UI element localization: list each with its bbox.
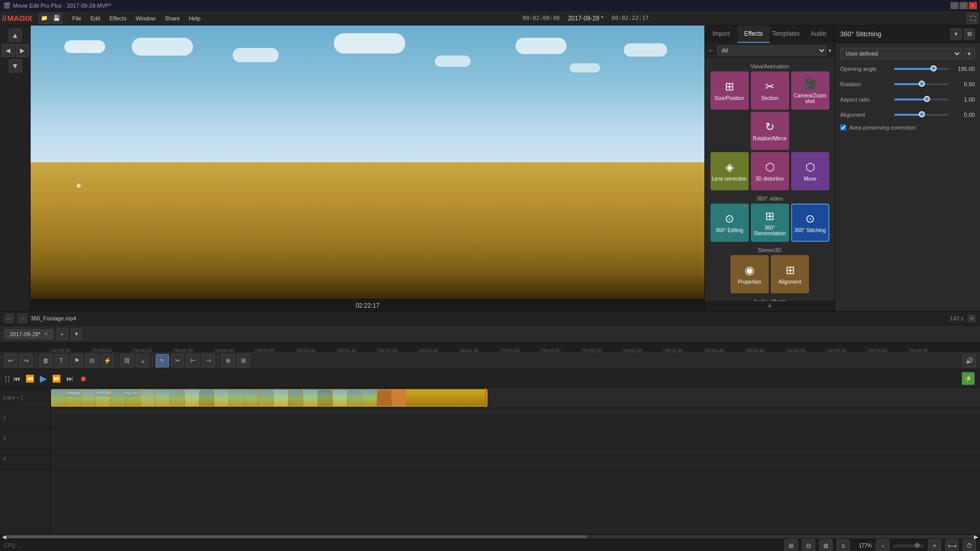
area-preserving-checkbox[interactable] [840,124,846,131]
prev-frame-btn[interactable]: ⏪ [24,372,36,385]
scroll-down-indicator[interactable]: ▼ [705,301,835,311]
group-btn[interactable]: ⊟ [85,354,99,367]
select-btn[interactable]: ↖ [156,354,169,367]
sync-btn[interactable]: ⚡ [962,372,975,385]
ruler-mark: 00:02:40 [704,348,745,352]
link-btn[interactable]: ⛓ [120,354,134,367]
effect-rotation-mirror[interactable]: ↻ Rotation/Mirror [751,112,789,150]
effect-360-editing[interactable]: ⊙ 360° Editing [710,204,749,242]
audio-volume-btn[interactable]: 🔊 [963,354,976,367]
effect-section[interactable]: ✂ Section [751,71,789,110]
undo-btn[interactable]: ↩ [4,354,17,367]
trim-left-btn[interactable]: ⊢ [186,354,200,367]
section-360-video: 360° video [707,192,832,204]
view-mode-btn2[interactable]: ⊟ [802,539,815,552]
rotation-slider[interactable] [894,83,949,85]
play-btn[interactable]: ▶ [37,372,50,385]
effect-3d-distortion[interactable]: ⬡ 3D distortion [751,152,789,190]
tab-templates[interactable]: Templates [770,26,802,43]
effect-lens-correction[interactable]: ◈ Lens correction [710,152,749,190]
opening-angle-slider[interactable] [894,68,949,70]
rotation-value: 0.50 [952,81,975,87]
render-btn[interactable]: ⏱ [963,539,976,552]
tab-effects[interactable]: Effects [738,26,770,43]
effects-filter-dropdown[interactable]: All [717,45,826,56]
close-button[interactable]: ✕ [969,2,977,9]
menu-file[interactable]: File [68,14,86,23]
insert-btn[interactable]: ⊕ [222,354,235,367]
overwrite-btn[interactable]: ⊞ [237,354,250,367]
track-1-flags: S M ≠ ÷ [3,395,19,400]
next-frame-btn[interactable]: ⏩ [51,372,63,385]
effect-360-stitching[interactable]: ⊙ 360° Stitching [791,204,829,242]
opening-angle-thumb[interactable] [930,65,937,71]
nav-left-arrow[interactable]: ◀ [2,44,15,57]
zoom-in-btn[interactable]: + [928,539,941,552]
video-clip[interactable]: 360_Footage.mp4 MxVfx360Stitching.vsx [51,389,487,407]
goto-in-btn[interactable]: ⏮ [11,372,23,385]
window-title: Movie Edit Pro Plus - 2017-09-28.MVP* [13,3,111,9]
effect-size-position[interactable]: ⊞ Size/Position [710,71,749,110]
tab-import[interactable]: Import [705,26,738,43]
fullscreen-btn[interactable]: ⛶ [967,13,978,24]
timeline-ruler: 00:00:00 00:00:10 00:00:20 00:00:30 00:0… [0,343,980,352]
timeline-scroll-thumb[interactable] [6,535,587,538]
trim-right-btn[interactable]: ⊣ [202,354,215,367]
back-btn[interactable]: ← [708,46,715,55]
track-header-3: 3 [0,429,51,449]
zoom-out-btn[interactable]: − [876,539,889,552]
aspect-ratio-thumb[interactable] [924,96,930,102]
tab-audio[interactable]: Audio [802,26,835,43]
timeline-scroll-track[interactable] [6,535,974,538]
section-audio-effects: Audio effects [707,295,832,301]
text-btn[interactable]: T [55,354,68,367]
view-mode-btn[interactable]: ⊞ [785,539,798,552]
scroll-left-btn[interactable]: ◀ [2,534,6,540]
zoom-thumb[interactable] [915,543,920,548]
timeline-tab-close[interactable]: ✕ [44,331,48,337]
delete-btn[interactable]: 🗑 [39,354,53,367]
maximize-button[interactable]: □ [960,2,968,9]
minimize-button[interactable]: − [950,2,959,9]
zoom-slider[interactable] [893,544,924,547]
menu-share[interactable]: Share [161,14,184,23]
stitching-undock-btn[interactable]: ⊞ [964,29,975,40]
record-btn[interactable]: ⏺ [77,372,89,385]
aspect-ratio-slider[interactable] [894,98,949,101]
toolbar-save-btn[interactable]: 💾 [51,13,62,24]
stitching-expand-btn[interactable]: ▾ [950,29,962,40]
rotation-thumb[interactable] [919,81,925,87]
breadcrumb-back-btn[interactable]: ← [4,313,14,323]
toolbar-open-btn[interactable]: 📁 [39,13,50,24]
marker-btn[interactable]: ⚑ [70,354,83,367]
menu-help[interactable]: Help [185,14,205,23]
nav-right-arrow[interactable]: ▶ [16,44,29,57]
effect-properties[interactable]: ◉ Properties [730,255,769,293]
goto-out-btn[interactable]: ⏭ [64,372,76,385]
effect-camera-zoom[interactable]: 🎥 Camera/Zoom shot [791,71,829,110]
preset-dropdown[interactable]: User-defined [840,48,962,59]
razor-btn[interactable]: ✂ [171,354,184,367]
menu-window[interactable]: Window [132,14,160,23]
view-mode-btn3[interactable]: ⊠ [819,539,832,552]
effect-360-stereorotation[interactable]: ⊞ 360° Stereorotation [751,204,789,242]
nav-up-arrow[interactable]: ▲ [9,29,22,42]
alignment-thumb[interactable] [919,111,925,117]
redo-btn[interactable]: ↪ [19,354,33,367]
alignment-slider[interactable] [894,114,949,116]
timeline-options-btn[interactable]: ▾ [71,329,82,340]
view-mode-btn4[interactable]: ≡ [837,539,850,552]
effect-alignment[interactable]: ⊞ Alignment [771,255,809,293]
magnet-btn[interactable]: ⟁ [136,354,149,367]
fit-timeline-btn[interactable]: ⟷ [945,539,959,552]
effect-move[interactable]: ⬡ Move [791,152,829,190]
clip-settings-btn[interactable]: ⟳ [968,314,976,322]
menu-effects[interactable]: Effects [105,14,130,23]
add-timeline-btn[interactable]: + [57,329,68,340]
preset-dropdown-arrow[interactable]: ▾ [964,48,975,59]
breadcrumb-forward-btn[interactable]: → [17,313,28,323]
speed-btn[interactable]: ⚡ [101,354,114,367]
ruler-mark: 00:00:40 [214,348,255,352]
menu-edit[interactable]: Edit [86,14,104,23]
nav-down-arrow[interactable]: ▼ [9,59,22,72]
